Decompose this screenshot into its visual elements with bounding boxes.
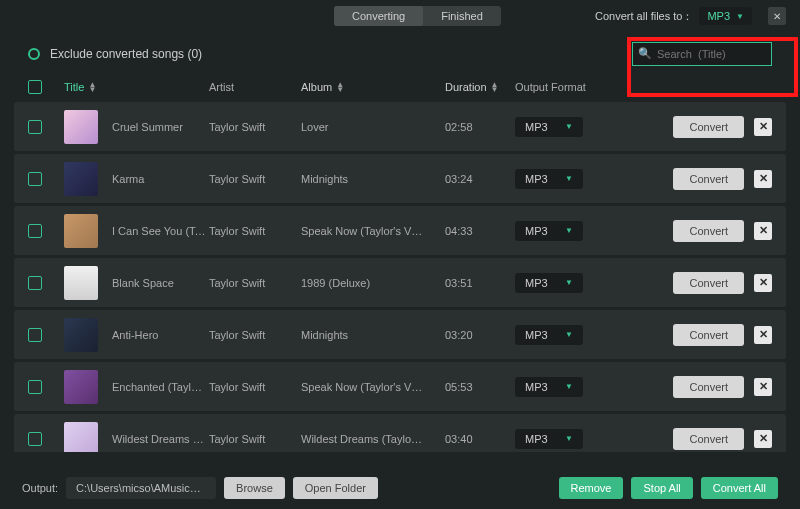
delete-button[interactable]: ✕ [754,274,772,292]
row-checkbox[interactable] [28,224,42,238]
tab-group: Converting Finished [334,6,501,26]
artist-cell: Taylor Swift [209,433,301,445]
stop-all-button[interactable]: Stop All [631,477,692,499]
duration-cell: 04:33 [445,225,515,237]
format-select[interactable]: MP3▼ [515,273,583,293]
row-checkbox[interactable] [28,328,42,342]
sort-icon: ▲▼ [88,82,96,92]
row-checkbox[interactable] [28,432,42,446]
caret-down-icon: ▼ [565,382,573,391]
table-row: Blank SpaceTaylor Swift1989 (Deluxe)03:5… [14,258,786,307]
format-select[interactable]: MP3▼ [515,325,583,345]
sort-icon: ▲▼ [491,82,499,92]
caret-down-icon: ▼ [565,174,573,183]
tab-converting[interactable]: Converting [334,6,423,26]
table: Title▲▼ Artist Album▲▼ Duration▲▼ Output… [0,72,800,452]
format-select[interactable]: MP3▼ [515,221,583,241]
album-cell: Midnights [301,173,445,185]
delete-button[interactable]: ✕ [754,326,772,344]
duration-cell: 02:58 [445,121,515,133]
convert-button[interactable]: Convert [673,168,744,190]
album-art [64,162,98,196]
caret-down-icon: ▼ [565,330,573,339]
bottom-bar: Output: C:\Users\micso\AMusicSoft\… Brow… [0,467,800,509]
delete-button[interactable]: ✕ [754,378,772,396]
sub-bar: Exclude converted songs (0) 🔍 [0,32,800,72]
album-cell: Speak Now (Taylor's V… [301,381,445,393]
format-select[interactable]: MP3▼ [515,429,583,449]
table-row: I Can See You (Tay…Taylor SwiftSpeak Now… [14,206,786,255]
convert-button[interactable]: Convert [673,272,744,294]
artist-cell: Taylor Swift [209,173,301,185]
convert-button[interactable]: Convert [673,220,744,242]
format-value: MP3 [525,329,548,341]
close-icon[interactable]: ✕ [768,7,786,25]
remove-button[interactable]: Remove [559,477,624,499]
table-row: Cruel SummerTaylor SwiftLover02:58MP3▼Co… [14,102,786,151]
artist-cell: Taylor Swift [209,277,301,289]
search-wrap: 🔍 [632,42,772,66]
exclude-toggle[interactable]: Exclude converted songs (0) [28,47,202,61]
album-art [64,110,98,144]
convert-all-format-select[interactable]: MP3 ▼ [699,7,752,25]
table-row: Enchanted (Taylor'…Taylor SwiftSpeak Now… [14,362,786,411]
caret-down-icon: ▼ [565,278,573,287]
title-cell: Cruel Summer [112,121,207,133]
row-checkbox[interactable] [28,172,42,186]
tab-finished[interactable]: Finished [423,6,501,26]
exclude-label: Exclude converted songs (0) [50,47,202,61]
caret-down-icon: ▼ [565,122,573,131]
table-header: Title▲▼ Artist Album▲▼ Duration▲▼ Output… [14,72,786,102]
album-art [64,266,98,300]
top-bar: Converting Finished Convert all files to… [0,0,800,32]
artist-cell: Taylor Swift [209,121,301,133]
col-title[interactable]: Title▲▼ [64,81,209,93]
circle-icon [28,48,40,60]
row-checkbox[interactable] [28,120,42,134]
col-format: Output Format [515,81,665,93]
delete-button[interactable]: ✕ [754,222,772,240]
caret-down-icon: ▼ [565,226,573,235]
output-path: C:\Users\micso\AMusicSoft\… [66,477,216,499]
format-select[interactable]: MP3▼ [515,117,583,137]
duration-cell: 03:40 [445,433,515,445]
album-art [64,214,98,248]
row-checkbox[interactable] [28,380,42,394]
col-duration[interactable]: Duration▲▼ [445,81,515,93]
row-checkbox[interactable] [28,276,42,290]
artist-cell: Taylor Swift [209,225,301,237]
format-select[interactable]: MP3▼ [515,377,583,397]
convert-all-text: Convert all files to： [595,9,693,24]
col-artist[interactable]: Artist [209,81,301,93]
caret-down-icon: ▼ [736,12,744,21]
delete-button[interactable]: ✕ [754,118,772,136]
format-select[interactable]: MP3▼ [515,169,583,189]
output-label: Output: [22,482,58,494]
title-cell: Enchanted (Taylor'… [112,381,207,393]
title-cell: Karma [112,173,207,185]
browse-button[interactable]: Browse [224,477,285,499]
col-album[interactable]: Album▲▼ [301,81,445,93]
convert-button[interactable]: Convert [673,116,744,138]
duration-cell: 03:51 [445,277,515,289]
search-input[interactable] [632,42,772,66]
title-cell: I Can See You (Tay… [112,225,207,237]
convert-button[interactable]: Convert [673,428,744,450]
format-value: MP3 [525,225,548,237]
title-cell: Anti-Hero [112,329,207,341]
select-all-checkbox[interactable] [28,80,42,94]
search-icon: 🔍 [638,47,652,60]
convert-all-format-value: MP3 [707,10,730,22]
delete-button[interactable]: ✕ [754,170,772,188]
title-cell: Wildest Dreams (T… [112,433,207,445]
open-folder-button[interactable]: Open Folder [293,477,378,499]
delete-button[interactable]: ✕ [754,430,772,448]
convert-button[interactable]: Convert [673,324,744,346]
convert-all-button[interactable]: Convert All [701,477,778,499]
title-cell: Blank Space [112,277,207,289]
table-row: Wildest Dreams (T…Taylor SwiftWildest Dr… [14,414,786,452]
format-value: MP3 [525,277,548,289]
album-cell: 1989 (Deluxe) [301,277,445,289]
convert-button[interactable]: Convert [673,376,744,398]
album-cell: Lover [301,121,445,133]
